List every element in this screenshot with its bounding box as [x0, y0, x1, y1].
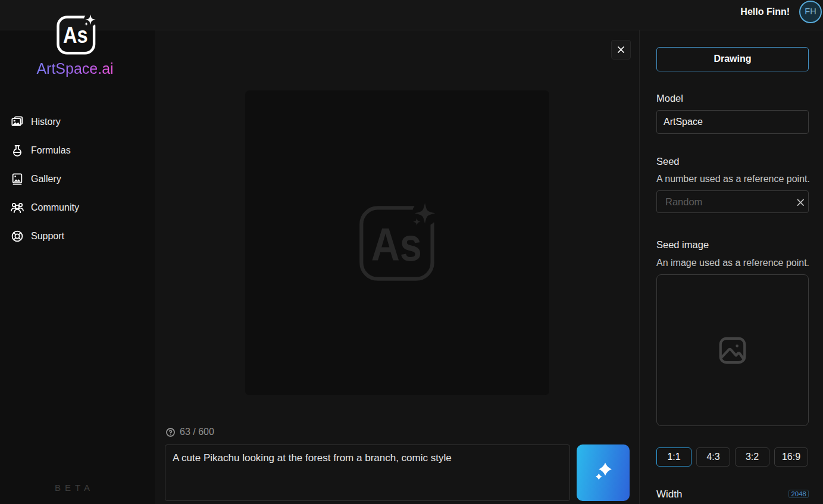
svg-text:As: As — [63, 22, 88, 48]
svg-text:As: As — [371, 218, 422, 271]
